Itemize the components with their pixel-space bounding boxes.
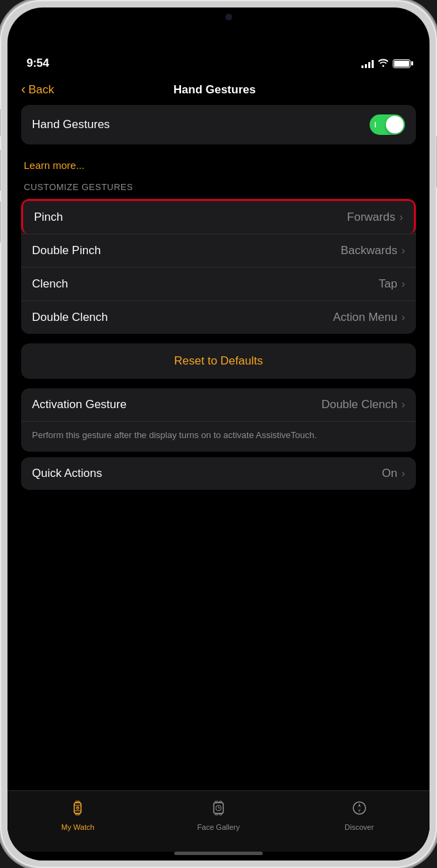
tab-discover[interactable]: Discover [289,799,430,831]
toggle-thumb [386,116,404,134]
double-clench-label: Double Clench [32,311,108,324]
volume-up-button [0,150,1,191]
face-gallery-icon [209,799,228,820]
hand-gestures-label: Hand Gestures [32,118,110,131]
activation-gesture-description: Perform this gesture after the display t… [21,422,416,452]
double-clench-value: Action Menu › [333,311,405,324]
my-watch-icon [68,799,87,820]
quick-actions-value: On › [382,467,405,480]
svg-marker-18 [358,809,361,813]
pinch-value: Forwards › [347,211,403,224]
notch [174,7,263,27]
quick-actions-label: Quick Actions [32,467,102,480]
clench-label: Clench [32,277,68,291]
reset-card[interactable]: Reset to Defaults [21,343,416,379]
clench-chevron-icon: › [402,278,405,290]
double-clench-row[interactable]: Double Clench Action Menu › [21,301,416,334]
activation-gesture-card: Activation Gesture Double Clench › Perfo… [21,388,416,452]
clench-value: Tap › [378,277,405,291]
discover-label: Discover [344,823,374,831]
double-clench-chevron-icon: › [402,311,405,324]
activation-gesture-label: Activation Gesture [32,398,127,412]
pinch-chevron-icon: › [400,211,403,223]
page-title: Hand Gestures [54,83,375,97]
tab-face-gallery[interactable]: Face Gallery [148,799,289,831]
svg-marker-17 [358,803,361,807]
tab-bar: My Watch [7,790,430,852]
status-time: 9:54 [27,57,49,70]
status-icons [361,58,410,69]
screen-content: ‹ Back Hand Gestures Hand Gestures I [7,77,430,861]
wifi-icon [378,58,389,69]
tab-my-watch[interactable]: My Watch [7,799,148,831]
hand-gestures-card: Hand Gestures I [21,105,416,144]
battery-icon [393,59,410,68]
reset-label: Reset to Defaults [174,354,263,368]
learn-more-link[interactable]: Learn more... [21,154,416,179]
double-clench-value-text: Action Menu [333,311,398,324]
clench-row[interactable]: Clench Tap › [21,268,416,301]
activation-gesture-value-text: Double Clench [321,398,398,412]
activation-gesture-value: Double Clench › [321,398,405,412]
double-pinch-label: Double Pinch [32,244,101,258]
status-bar: 9:54 [7,42,430,77]
phone-shell: 9:54 [0,0,437,868]
nav-bar: ‹ Back Hand Gestures [7,77,430,105]
hand-gestures-toggle[interactable]: I [370,114,405,135]
quick-actions-row[interactable]: Quick Actions On › [21,457,416,490]
notch-area [7,7,430,42]
back-button[interactable]: ‹ Back [21,82,54,97]
back-label: Back [29,83,54,97]
discover-icon [350,799,369,820]
quick-actions-value-text: On [382,467,398,480]
double-pinch-value: Backwards › [341,244,405,258]
pinch-row[interactable]: Pinch Forwards › [21,199,416,234]
clench-value-text: Tap [378,277,397,291]
quick-actions-chevron-icon: › [402,467,405,480]
signal-icon [361,59,374,68]
camera-dot [225,14,232,20]
scroll-area: Hand Gestures I Learn more... CUSTOMIZE … [7,105,430,790]
home-indicator [174,852,263,855]
face-gallery-label: Face Gallery [197,823,240,831]
pinch-value-text: Forwards [347,211,395,224]
customize-section-header: CUSTOMIZE GESTURES [21,179,416,199]
back-chevron-icon: ‹ [21,81,26,97]
silent-switch [0,109,1,136]
double-pinch-row[interactable]: Double Pinch Backwards › [21,234,416,268]
quick-actions-card: Quick Actions On › [21,457,416,490]
phone-screen: 9:54 [7,7,430,861]
activation-gesture-row[interactable]: Activation Gesture Double Clench › [21,388,416,422]
customize-gestures-card: Pinch Forwards › Double Pinch Backwards … [21,199,416,334]
my-watch-label: My Watch [61,823,95,831]
bottom-spacer [21,499,416,513]
activation-gesture-chevron-icon: › [402,399,405,411]
pinch-label: Pinch [34,211,63,224]
double-pinch-chevron-icon: › [402,245,405,257]
toggle-on-label: I [374,121,376,129]
double-pinch-value-text: Backwards [341,244,398,258]
hand-gestures-row: Hand Gestures I [21,105,416,144]
volume-down-button [0,202,1,243]
